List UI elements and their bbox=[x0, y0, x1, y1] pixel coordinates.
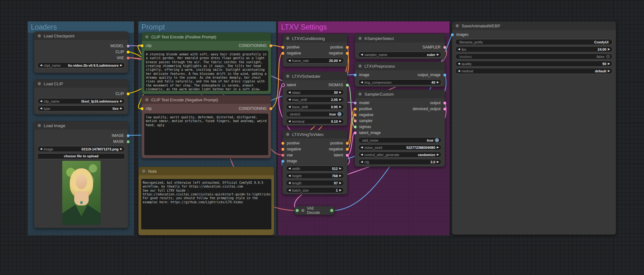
collapse-dot-icon[interactable] bbox=[38, 124, 41, 127]
widget-steps[interactable]: ◀ steps 30 ▶ bbox=[286, 89, 344, 95]
increment-icon[interactable]: ▶ bbox=[339, 58, 341, 64]
output-port-clip[interactable] bbox=[127, 51, 130, 53]
widget-height[interactable]: ◀ height 768 ▶ bbox=[286, 173, 344, 179]
collapse-dot-icon[interactable] bbox=[286, 37, 289, 40]
decrement-icon[interactable]: ◀ bbox=[288, 58, 291, 64]
widget-stretch-toggle[interactable]: stretch true bbox=[286, 111, 344, 117]
node-header[interactable]: Load Image bbox=[34, 121, 128, 130]
node-header[interactable]: LTXVConditioning bbox=[283, 34, 347, 42]
output-port-output[interactable] bbox=[443, 102, 446, 104]
collapse-dot-icon[interactable] bbox=[145, 35, 148, 38]
input-port-clip[interactable] bbox=[141, 107, 143, 110]
input-port-positive[interactable] bbox=[354, 108, 357, 110]
increment-icon[interactable]: ▶ bbox=[437, 152, 439, 158]
increment-icon[interactable]: ▶ bbox=[608, 61, 610, 67]
widget-image[interactable]: ◀ image 02119-1478071273.png ▶ bbox=[37, 146, 125, 152]
input-port-image[interactable] bbox=[354, 74, 357, 76]
output-port-negative[interactable] bbox=[346, 52, 349, 55]
toggle-knob-icon[interactable] bbox=[606, 54, 610, 59]
widget-batch-size[interactable]: ◀ batch_size 1 ▶ bbox=[286, 187, 344, 193]
decrement-icon[interactable]: ◀ bbox=[361, 79, 363, 85]
node-header[interactable]: SaveAnimatedWEBP bbox=[452, 22, 616, 30]
widget-max-shift[interactable]: ◀ max_shift 2.05 ▶ bbox=[286, 97, 344, 103]
decrement-icon[interactable]: ◀ bbox=[40, 62, 42, 68]
collapse-dot-icon[interactable] bbox=[358, 93, 362, 96]
node-header[interactable]: LTXVImgToVideo bbox=[283, 130, 347, 138]
decrement-icon[interactable]: ◀ bbox=[288, 180, 291, 186]
output-port-clip[interactable] bbox=[127, 93, 130, 95]
node-header[interactable]: CLIP Text Encode (Negative Prompt) bbox=[142, 96, 271, 104]
widget-noise-seed[interactable]: ◀ noise_seed 522772388304080 ▶ bbox=[358, 144, 441, 150]
node-header[interactable]: LTXVScheduler bbox=[283, 72, 347, 80]
decrement-icon[interactable]: ◀ bbox=[40, 105, 42, 111]
collapse-dot-icon[interactable] bbox=[301, 209, 304, 212]
output-port-latent[interactable] bbox=[346, 154, 349, 157]
widget-add-noise-toggle[interactable]: add_noise true bbox=[358, 137, 441, 143]
widget-length[interactable]: ◀ length 97 ▶ bbox=[286, 180, 344, 186]
increment-icon[interactable]: ▶ bbox=[339, 104, 341, 110]
input-port-images[interactable] bbox=[451, 33, 454, 36]
input-port-sigmas[interactable] bbox=[354, 126, 357, 128]
increment-icon[interactable]: ▶ bbox=[339, 118, 341, 124]
node-header[interactable]: SamplerCustom bbox=[355, 90, 445, 98]
collapse-dot-icon[interactable] bbox=[142, 170, 145, 173]
collapse-dot-icon[interactable] bbox=[358, 37, 362, 40]
widget-width[interactable]: ◀ width 512 ▶ bbox=[286, 166, 344, 171]
input-port-image[interactable] bbox=[281, 160, 284, 163]
decrement-icon[interactable]: ◀ bbox=[288, 173, 291, 179]
widget-img-compression[interactable]: ◀ img_compression 40 ▶ bbox=[358, 79, 441, 85]
node-header[interactable]: CLIP Text Encode (Positive Prompt) bbox=[142, 33, 271, 41]
output-port-negative[interactable] bbox=[346, 148, 349, 151]
choose-file-button[interactable]: choose file to upload bbox=[37, 153, 125, 159]
widget-quality[interactable]: ◀ quality 90 ▶ bbox=[455, 61, 613, 67]
output-port-conditioning[interactable] bbox=[269, 44, 272, 47]
output-port-positive[interactable] bbox=[346, 142, 349, 145]
increment-icon[interactable]: ▶ bbox=[120, 62, 122, 68]
decrement-icon[interactable]: ◀ bbox=[361, 144, 363, 150]
node-header[interactable]: Note bbox=[139, 167, 274, 175]
decrement-icon[interactable]: ◀ bbox=[361, 152, 363, 158]
widget-terminal[interactable]: ◀ terminal 0.10 ▶ bbox=[286, 118, 344, 124]
node-vae-decode-collapsed[interactable]: VAE Decode bbox=[294, 206, 335, 215]
widget-sampler-name[interactable]: ◀ sampler_name euler ▶ bbox=[358, 52, 441, 58]
note-textarea[interactable]: Reorganized, but otherwise left untouche… bbox=[141, 179, 271, 229]
output-port-conditioning[interactable] bbox=[269, 107, 272, 110]
decrement-icon[interactable]: ◀ bbox=[40, 146, 42, 152]
input-port-positive[interactable] bbox=[281, 46, 284, 49]
increment-icon[interactable]: ▶ bbox=[437, 79, 439, 85]
decrement-icon[interactable]: ◀ bbox=[458, 61, 460, 67]
decrement-icon[interactable]: ◀ bbox=[288, 187, 291, 193]
output-port-sigmas[interactable] bbox=[346, 84, 349, 87]
collapsed-output-port[interactable] bbox=[330, 209, 333, 212]
decrement-icon[interactable]: ◀ bbox=[361, 52, 363, 58]
output-port-mask[interactable] bbox=[127, 140, 130, 143]
decrement-icon[interactable]: ◀ bbox=[458, 46, 460, 52]
widget-clip-name[interactable]: ◀ clip_name t5xxl_fp16.safetensors ▶ bbox=[37, 98, 125, 104]
increment-icon[interactable]: ▶ bbox=[120, 105, 122, 111]
increment-icon[interactable]: ▶ bbox=[608, 68, 610, 74]
output-port-output-image[interactable] bbox=[443, 74, 446, 76]
collapsed-input-port[interactable] bbox=[296, 209, 299, 212]
input-port-negative[interactable] bbox=[281, 52, 284, 55]
increment-icon[interactable]: ▶ bbox=[339, 166, 341, 171]
toggle-knob-icon[interactable] bbox=[435, 138, 439, 142]
widget-fps[interactable]: ◀ fps 24.00 ▶ bbox=[455, 46, 613, 52]
collapse-dot-icon[interactable] bbox=[38, 34, 41, 37]
output-port-image[interactable] bbox=[127, 134, 130, 137]
widget-filename-prefix[interactable]: filename_prefix ComfyUI bbox=[455, 39, 613, 45]
group-loaders-titlebar[interactable]: Loaders bbox=[28, 21, 134, 33]
increment-icon[interactable]: ▶ bbox=[608, 46, 610, 52]
decrement-icon[interactable]: ◀ bbox=[458, 68, 460, 74]
increment-icon[interactable]: ▶ bbox=[437, 159, 439, 165]
node-graph-canvas[interactable]: Loaders Prompt LTXV Settings bbox=[0, 0, 644, 275]
decrement-icon[interactable]: ◀ bbox=[288, 97, 291, 103]
increment-icon[interactable]: ▶ bbox=[437, 144, 439, 150]
increment-icon[interactable]: ▶ bbox=[339, 187, 341, 193]
widget-cfg[interactable]: ◀ cfg 3.0 ▶ bbox=[358, 159, 441, 165]
increment-icon[interactable]: ▶ bbox=[120, 98, 122, 104]
input-port-latent[interactable] bbox=[281, 83, 285, 87]
output-port-positive[interactable] bbox=[346, 46, 349, 49]
input-port-vae[interactable] bbox=[281, 154, 284, 157]
decrement-icon[interactable]: ◀ bbox=[361, 159, 363, 165]
group-prompt-titlebar[interactable]: Prompt bbox=[138, 21, 276, 33]
